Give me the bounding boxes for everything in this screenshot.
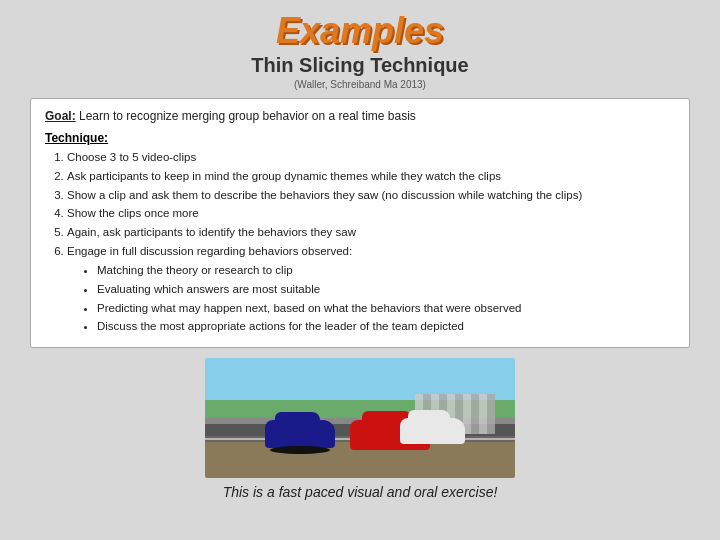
technique-header: Technique: — [45, 131, 675, 145]
race-image-container: This is a fast paced visual and oral exe… — [205, 358, 515, 500]
subtitle: Thin Slicing Technique — [251, 54, 468, 77]
list-item: Engage in full discussion regarding beha… — [67, 243, 675, 336]
caption: This is a fast paced visual and oral exe… — [223, 484, 498, 500]
race-image — [205, 358, 515, 478]
list-item: Again, ask participants to identify the … — [67, 224, 675, 242]
sub-bullet-list: Matching the theory or research to clip … — [67, 262, 675, 336]
list-item: Evaluating which answers are most suitab… — [97, 281, 675, 299]
list-item: Show a clip and ask them to describe the… — [67, 187, 675, 205]
goal-text: Learn to recognize merging group behavio… — [76, 109, 416, 123]
list-item: Choose 3 to 5 video-clips — [67, 149, 675, 167]
content-box: Goal: Learn to recognize merging group b… — [30, 98, 690, 348]
technique-list: Choose 3 to 5 video-clips Ask participan… — [45, 149, 675, 336]
page-title: Examples — [276, 10, 444, 52]
citation: (Waller, Schreiband Ma 2013) — [294, 79, 426, 90]
list-item: Matching the theory or research to clip — [97, 262, 675, 280]
list-item: Discuss the most appropriate actions for… — [97, 318, 675, 336]
race-car-1 — [265, 420, 335, 448]
goal-label: Goal: — [45, 109, 76, 123]
list-item: Predicting what may happen next, based o… — [97, 300, 675, 318]
race-car-3 — [400, 418, 465, 444]
list-item: Ask participants to keep in mind the gro… — [67, 168, 675, 186]
goal-line: Goal: Learn to recognize merging group b… — [45, 109, 675, 123]
list-item: Show the clips once more — [67, 205, 675, 223]
